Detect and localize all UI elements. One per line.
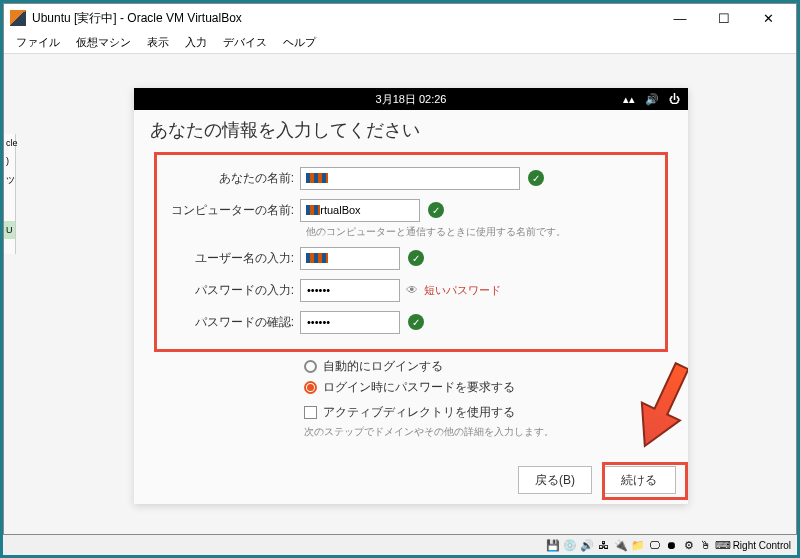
- back-button[interactable]: 戻る(B): [518, 466, 592, 494]
- ubuntu-installer: 3月18日 02:26 ▴▴ 🔊 ⏻ あなたの情報を入力してください あなたの名…: [134, 88, 688, 504]
- volume-icon[interactable]: 🔊: [645, 93, 659, 106]
- close-button[interactable]: ✕: [746, 4, 790, 32]
- page-heading: あなたの情報を入力してください: [134, 110, 688, 148]
- menu-input[interactable]: 入力: [177, 32, 215, 53]
- login-options: 自動的にログインする ログイン時にパスワードを要求する アクティブディレクトリを…: [304, 358, 668, 439]
- check-icon: [408, 250, 424, 266]
- computer-hint: 他のコンピューターと通信するときに使用する名前です。: [306, 225, 657, 239]
- virtualbox-statusbar: 💾 💿 🔊 🖧 🔌 📁 🖵 ⏺ ⚙ 🖱 ⌨ Right Control: [3, 535, 797, 555]
- computer-label: コンピューターの名前:: [165, 202, 300, 219]
- shared-folder-icon[interactable]: 📁: [631, 538, 645, 552]
- recording-icon[interactable]: ⏺: [665, 538, 679, 552]
- auto-login-label: 自動的にログインする: [323, 358, 443, 375]
- radio-auto-login[interactable]: [304, 360, 317, 373]
- check-icon: [428, 202, 444, 218]
- button-bar: 戻る(B) 続ける: [134, 456, 688, 504]
- menu-machine[interactable]: 仮想マシン: [68, 32, 139, 53]
- show-password-icon[interactable]: 👁: [406, 283, 418, 297]
- menu-devices[interactable]: デバイス: [215, 32, 275, 53]
- obscured-text: [306, 205, 320, 215]
- virtualbox-window: Ubuntu [実行中] - Oracle VM VirtualBox — ☐ …: [3, 3, 797, 535]
- menubar: ファイル 仮想マシン 表示 入力 デバイス ヘルプ: [4, 32, 796, 54]
- username-label: ユーザー名の入力:: [165, 250, 300, 267]
- check-icon: [528, 170, 544, 186]
- cpu-icon[interactable]: ⚙: [682, 538, 696, 552]
- power-icon[interactable]: ⏻: [669, 93, 680, 105]
- gnome-topbar: 3月18日 02:26 ▴▴ 🔊 ⏻: [134, 88, 688, 110]
- keyboard-icon[interactable]: ⌨: [716, 538, 730, 552]
- network-icon[interactable]: ▴▴: [623, 93, 635, 106]
- password-label: パスワードの入力:: [165, 282, 300, 299]
- name-input[interactable]: [300, 167, 520, 190]
- ad-label: アクティブディレクトリを使用する: [323, 404, 515, 421]
- display-icon[interactable]: 🖵: [648, 538, 662, 552]
- name-label: あなたの名前:: [165, 170, 300, 187]
- audio-icon[interactable]: 🔊: [580, 538, 594, 552]
- checkbox-active-directory[interactable]: [304, 406, 317, 419]
- form-area: あなたの名前: コンピューターの名前: 他のコンピューターと通信するとき: [134, 148, 688, 443]
- topbar-datetime: 3月18日 02:26: [376, 92, 447, 107]
- optical-icon[interactable]: 💿: [563, 538, 577, 552]
- password-input[interactable]: [300, 279, 400, 302]
- usb-icon[interactable]: 🔌: [614, 538, 628, 552]
- mouse-icon[interactable]: 🖱: [699, 538, 713, 552]
- vm-display: cle ) ツ U 3月18日 02:26 ▴▴ 🔊 ⏻ あなたの情報を入力して…: [4, 54, 796, 534]
- menu-file[interactable]: ファイル: [8, 32, 68, 53]
- require-password-label: ログイン時にパスワードを要求する: [323, 379, 515, 396]
- host-key-indicator: Right Control: [733, 540, 791, 551]
- continue-button[interactable]: 続ける: [602, 466, 676, 494]
- confirm-input[interactable]: [300, 311, 400, 334]
- confirm-label: パスワードの確認:: [165, 314, 300, 331]
- menu-view[interactable]: 表示: [139, 32, 177, 53]
- annotation-highlight-form: あなたの名前: コンピューターの名前: 他のコンピューターと通信するとき: [154, 152, 668, 352]
- menu-help[interactable]: ヘルプ: [275, 32, 324, 53]
- background-window-fragment: cle ) ツ U: [4, 134, 16, 254]
- maximize-button[interactable]: ☐: [702, 4, 746, 32]
- ad-hint: 次のステップでドメインやその他の詳細を入力します。: [304, 425, 668, 439]
- hdd-icon[interactable]: 💾: [546, 538, 560, 552]
- obscured-text: [306, 253, 328, 263]
- password-warning: 短いパスワード: [424, 283, 501, 298]
- obscured-text: [306, 173, 328, 183]
- radio-require-password[interactable]: [304, 381, 317, 394]
- app-icon: [10, 10, 26, 26]
- titlebar: Ubuntu [実行中] - Oracle VM VirtualBox — ☐ …: [4, 4, 796, 32]
- net-icon[interactable]: 🖧: [597, 538, 611, 552]
- minimize-button[interactable]: —: [658, 4, 702, 32]
- window-title: Ubuntu [実行中] - Oracle VM VirtualBox: [32, 10, 658, 27]
- check-icon: [408, 314, 424, 330]
